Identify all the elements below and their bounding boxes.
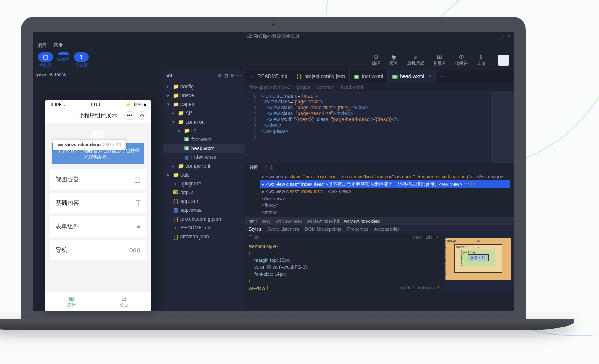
file-item[interactable]: { }project.config.json [163,214,245,223]
styles-tab[interactable]: Accessibility [374,227,400,232]
toolbar-action[interactable]: ⊙编译 [372,54,380,66]
editor-tab[interactable]: ▦head.wxml× [388,70,436,83]
menubar: 项目帮助 [33,41,514,50]
main-area: iphone6 100% ull IDE ≈ 10:01 ⚡ 100% ■ 小程… [33,70,514,311]
path-item[interactable]: wx-view.index-desc [344,219,380,224]
styles-panel: StylesEvent ListenersDOM BreakpointsProp… [245,225,514,292]
file-item[interactable]: ▦app.wxss [163,206,245,214]
toolbar-action[interactable]: ⊞切后台 [433,54,446,66]
breadcrumb-item[interactable]: common [316,84,334,90]
file-tree[interactable]: ▸📁config▸📁image▾📁pages▸📁API▾📁common▸📁lib… [163,81,245,242]
path-item[interactable]: wx-view.index [276,219,302,224]
max-icon[interactable]: ▢ [498,34,503,39]
simulator-panel: iphone6 100% ull IDE ≈ 10:01 ⚡ 100% ■ 小程… [33,70,163,311]
toolbar-pill[interactable]: 编辑器 [57,52,70,69]
path-item[interactable]: body [262,219,271,224]
file-item[interactable]: ▫README.md [163,223,245,232]
file-item[interactable]: { }sitemap.json [163,232,245,241]
close-tab-icon[interactable]: × [428,74,431,79]
file-item[interactable]: ▦index.wxss [163,153,245,161]
min-icon[interactable]: — [490,34,494,39]
breadcrumbs[interactable]: fino-applet-demo-v2›pages›common›head.wx… [245,83,514,91]
path-item[interactable]: wx-view.index-hd [307,219,339,224]
editor-tab[interactable]: ▫README.md [245,70,292,83]
file-item[interactable]: JSapp.js [163,188,245,197]
phone-body[interactable]: wx-view.index-desc240 × 44 以下将展示小程序官方组件能… [45,123,151,292]
explorer-header: v2 ⊕⊡↻⋯ [163,70,245,81]
explorer-action-icon[interactable]: ⊕ [218,73,222,79]
filter-input[interactable]: Filter [249,235,259,240]
dom-tree[interactable]: ▸ <wx-image class="index-logo" src="../r… [245,171,514,217]
path-item[interactable]: html [249,219,257,224]
folder-item[interactable]: ▸📁utils [163,170,245,179]
logo-placeholder [92,130,104,140]
nav-title: 小程序组件展示 [79,112,117,119]
panel-tab[interactable]: 日志 [265,164,274,171]
toolbar-action[interactable]: ⊘清缓存 [455,54,468,66]
phone-tabbar: ⊞组件⊡接口 [45,292,151,311]
file-item[interactable]: ▫.gitignore [163,179,245,188]
list-item[interactable]: 视图容器▢ [50,169,146,190]
device-label: iphone6 100% [33,70,163,79]
editor-tabs: ▫README.md{ }project.config.json▦foot.wx… [245,70,514,83]
phone-navbar: 小程序组件展示 ••• ⊙ [45,108,151,123]
code-editor[interactable]: 1<template name="head">2 <view class="pa… [245,91,514,163]
folder-item[interactable]: ▸📁lib [163,126,245,135]
avatar[interactable] [498,55,509,66]
menu-item[interactable]: 帮助 [53,42,64,49]
styles-tab[interactable]: Event Listeners [267,227,299,232]
toolbar-pill[interactable]: ⬍调试器 [74,52,89,69]
folder-item[interactable]: ▸📁API [163,108,245,117]
styles-tab[interactable]: DOM Breakpoints [305,227,342,232]
breadcrumb-item[interactable]: fino-applet-demo-v2 [249,84,291,90]
add-rule[interactable]: + [437,235,439,240]
box-model[interactable]: margin 10 border - padding - 240 × 44 [443,225,514,292]
ide-window: v2-FinClip小程序开发工具 — ▢ ✕ 项目帮助 ▢模拟器编辑器⬍调试器… [33,32,514,311]
window-controls[interactable]: — ▢ ✕ [490,34,511,39]
file-item[interactable]: { }app.json [163,197,245,206]
explorer-action-icon[interactable]: ⊡ [224,73,228,79]
breadcrumb-item[interactable]: pages [297,84,310,90]
toolbar: ▢模拟器编辑器⬍调试器 ⊙编译◉预览⌕真机调试⊞切后台⊘清缓存⇪上传 [33,50,514,70]
explorer-action-icon[interactable]: ↻ [231,73,234,79]
tabs-more[interactable]: ⋯ [436,70,448,83]
editor-tab[interactable]: { }project.config.json [292,70,350,83]
explorer-action-icon[interactable]: ⋯ [237,73,241,79]
element-path[interactable]: htmlbodywx-view.indexwx-view.index-hdwx-… [245,217,514,225]
breadcrumb-item[interactable]: head.wxml [341,84,363,90]
file-item[interactable]: ▦foot.wxml [163,135,245,144]
tabbar-item[interactable]: ⊞组件 [45,292,98,311]
folder-item[interactable]: ▸📁image [163,91,245,100]
dom-inspector: 视图日志 ▸ <wx-image class="index-logo" src=… [245,163,514,225]
phone-simulator[interactable]: ull IDE ≈ 10:01 ⚡ 100% ■ 小程序组件展示 ••• ⊙ [45,100,151,311]
close-icon[interactable]: ✕ [507,34,511,39]
window-title: v2-FinClip小程序开发工具 [247,33,300,40]
list-item[interactable]: 基础内容𝕋 [50,193,146,213]
toolbar-action[interactable]: ◉预览 [390,54,398,66]
toolbar-action[interactable]: ⇪上传 [477,54,485,66]
tabbar-item[interactable]: ⊡接口 [98,292,151,311]
hov-toggle[interactable]: :hov [413,235,422,240]
capsule-close[interactable]: ⊙ [137,111,147,120]
list-item[interactable]: 导航ooo [50,240,146,260]
folder-item[interactable]: ▾📁common [163,117,245,126]
folder-item[interactable]: ▾📁pages [163,100,245,108]
styles-tab[interactable]: Styles [249,227,261,232]
folder-item[interactable]: ▸📁component [163,161,245,170]
panel-tab[interactable]: 视图 [249,164,259,171]
editor-tab[interactable]: ▦foot.wxml [350,70,388,83]
toolbar-pill[interactable]: ▢模拟器 [38,52,53,69]
titlebar: v2-FinClip小程序开发工具 — ▢ ✕ [33,32,514,41]
minimap[interactable] [491,91,514,163]
css-rules[interactable]: element.style {}</span><span class="sel"… [245,241,443,292]
styles-tab[interactable]: Properties [347,227,368,232]
capsule-menu[interactable]: ••• [124,111,135,120]
cls-toggle[interactable]: .cls [426,235,433,240]
file-item[interactable]: ▦head.wxml [163,144,245,153]
toolbar-action[interactable]: ⌕真机调试 [407,54,424,66]
list-item[interactable]: 表单组件≡ [50,216,146,237]
folder-item[interactable]: ▸📁config [163,82,245,91]
menu-item[interactable]: 项目 [37,42,47,49]
project-name: v2 [167,73,172,79]
inspector-tooltip: wx-view.index-desc240 × 44 [53,139,126,150]
